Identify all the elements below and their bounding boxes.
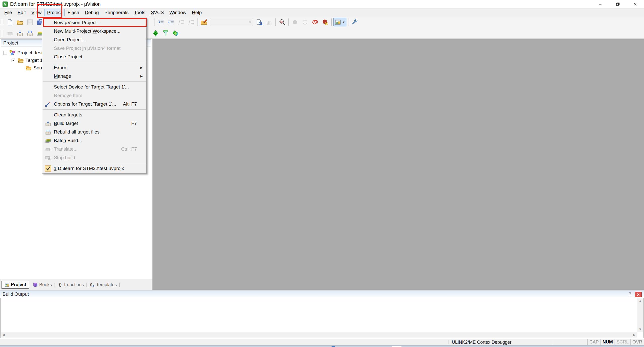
menu-item-batch-build[interactable]: Batch Build...: [42, 136, 146, 145]
collapse-expander-icon[interactable]: [12, 59, 15, 62]
toolbar-drag-handle[interactable]: [2, 30, 3, 37]
scroll-right-icon[interactable]: ▶: [633, 333, 635, 336]
stop-build-icon: [45, 155, 51, 161]
translate-icon: [45, 146, 51, 152]
flash-options-icon[interactable]: [171, 29, 181, 38]
horizontal-scrollbar[interactable]: ◀ ▶: [1, 332, 637, 338]
chevron-down-icon[interactable]: ▼: [342, 21, 345, 24]
flash-download-icon[interactable]: [150, 29, 160, 38]
scroll-up-icon[interactable]: ▲: [637, 299, 643, 302]
menu-item-label: Open Project...: [54, 37, 140, 42]
batch-build-icon: [45, 138, 51, 144]
find-text-combobox[interactable]: ∨: [210, 19, 253, 26]
menu-item-stop-build: Stop build: [42, 153, 146, 162]
status-divider: [449, 340, 449, 344]
menubar-item-debug[interactable]: Debug: [82, 9, 102, 16]
menubar-item-tools[interactable]: Tools: [131, 9, 148, 16]
status-bar: ULINK2/ME Cortex Debugger CAPNUMSCRLOVRR…: [0, 339, 644, 345]
menubar-item-peripherals[interactable]: Peripherals: [102, 9, 131, 16]
find-icon[interactable]: @: [277, 18, 287, 27]
menu-item-gutter: [42, 101, 54, 107]
rebuild-icon[interactable]: [25, 29, 35, 38]
menu-item-close-project[interactable]: Close Project: [42, 53, 146, 61]
window-title: D:\learn for STM32\test.uvprojx - µVisio…: [10, 1, 101, 7]
window-layout-icon[interactable]: ▼: [333, 18, 346, 26]
menu-item-options-for-target-target-1[interactable]: Options for Target 'Target 1'...Alt+F7: [42, 100, 146, 108]
menu-item-save-project-in-vision4-format: Save Project in µVision4 format: [42, 44, 146, 53]
chevron-down-icon[interactable]: ∨: [249, 20, 251, 24]
status-debugger-label: ULINK2/ME Cortex Debugger: [452, 340, 511, 345]
menu-item-export[interactable]: Export▶: [42, 63, 146, 72]
menu-item-label: 1 D:\learn for STM32\test.uvprojx: [54, 166, 140, 171]
find-in-files-icon[interactable]: [254, 18, 264, 27]
new-file-icon[interactable]: [5, 18, 15, 27]
menu-separator: [43, 81, 146, 82]
tab-templates[interactable]: {}Templates: [88, 281, 119, 288]
scroll-down-icon[interactable]: ▼: [637, 328, 643, 331]
menu-item-shortcut: Ctrl+F7: [121, 146, 137, 152]
tab-label: Functions: [64, 282, 84, 287]
tab-functions[interactable]: {}Functions: [56, 281, 86, 288]
menu-bar: FileEditViewProjectFlashDebugPeripherals…: [0, 8, 644, 17]
collapse-expander-icon[interactable]: [4, 51, 7, 55]
tab-label: Templates: [96, 282, 117, 287]
tab-project[interactable]: Project: [2, 281, 29, 289]
menu-item-label: Save Project in µVision4 format: [54, 46, 140, 51]
pin-button[interactable]: [627, 292, 633, 297]
menubar-item-window[interactable]: Window: [167, 9, 189, 16]
breakpoint-disable-icon[interactable]: [320, 18, 330, 27]
vertical-scrollbar[interactable]: ▲ ▼: [637, 298, 643, 332]
menu-item-label: Stop build: [54, 155, 140, 160]
target-folder-icon: [17, 57, 24, 64]
translate-icon: [5, 29, 15, 38]
menu-item-rebuild-all-target-files[interactable]: Rebuild all target files: [42, 128, 146, 136]
build-target-icon[interactable]: [15, 29, 25, 38]
menubar-item-flash[interactable]: Flash: [65, 9, 82, 16]
build-output-content[interactable]: ▲ ▼ ◀ ▶: [1, 298, 643, 338]
menu-item-new-multi-project-workspace[interactable]: New Multi-Project Workspace...: [42, 27, 146, 35]
wrench-icon[interactable]: [350, 18, 360, 27]
uncomment-icon: [186, 18, 196, 27]
scroll-left-icon[interactable]: ◀: [2, 333, 5, 336]
menu-item-clean-targets[interactable]: Clean targets: [42, 111, 146, 119]
config-folder-icon[interactable]: [199, 18, 209, 27]
menu-item-select-device-for-target-target-1[interactable]: Select Device for Target 'Target 1'...: [42, 83, 146, 91]
toolbar-separator: [348, 18, 348, 26]
menubar-item-view[interactable]: View: [28, 9, 44, 16]
restore-button[interactable]: [609, 0, 626, 8]
menu-item-open-project[interactable]: Open Project...: [42, 35, 146, 44]
menu-item-label: Export: [54, 65, 140, 70]
menubar-item-file[interactable]: File: [2, 9, 15, 16]
menubar-item-help[interactable]: Help: [189, 9, 205, 16]
menubar-item-project[interactable]: Project: [44, 9, 65, 16]
panel-tab-strip: Project?Books{}Functions{}Templates: [0, 279, 152, 290]
submenu-arrow-icon: ▶: [140, 74, 144, 78]
menu-item-remove-item: Remove Item: [42, 91, 146, 100]
indent-left-icon[interactable]: [166, 18, 176, 27]
menu-item-label: Clean targets: [54, 112, 140, 118]
indent-right-icon[interactable]: [156, 18, 166, 27]
taskbar-sliver: [0, 345, 644, 347]
menubar-item-svcs[interactable]: SVCS: [148, 9, 167, 16]
menu-item-shortcut: Alt+F7: [123, 101, 137, 107]
build-output-close-button[interactable]: [635, 292, 642, 297]
close-button[interactable]: [626, 0, 644, 8]
tab-separator: [30, 283, 30, 287]
build-output-panel: Build Output ▲ ▼ ◀ ▶: [0, 290, 644, 338]
breakpoint-kill-icon[interactable]: [310, 18, 320, 27]
flash-erase-icon[interactable]: [160, 29, 171, 38]
breakpoint-hollow-icon: [300, 18, 310, 27]
menu-item-build-target[interactable]: Build targetF7: [42, 119, 146, 128]
menubar-item-edit[interactable]: Edit: [15, 9, 29, 16]
menu-item-1-d-learn-for-stm32-test-uvprojx[interactable]: 1 D:\learn for STM32\test.uvprojx: [42, 164, 146, 173]
menu-separator: [43, 62, 146, 62]
tab-books[interactable]: ?Books: [31, 281, 54, 288]
minimize-button[interactable]: [591, 0, 609, 8]
menu-item-new-vision-project[interactable]: New µVision Project...: [42, 18, 146, 27]
toolbar-drag-handle[interactable]: [2, 19, 3, 26]
open-folder-icon[interactable]: [15, 18, 25, 27]
toolbar-separator: [275, 18, 276, 26]
menu-item-manage[interactable]: Manage▶: [42, 72, 146, 80]
menu-item-gutter: [42, 129, 54, 135]
status-divider: [553, 340, 553, 344]
